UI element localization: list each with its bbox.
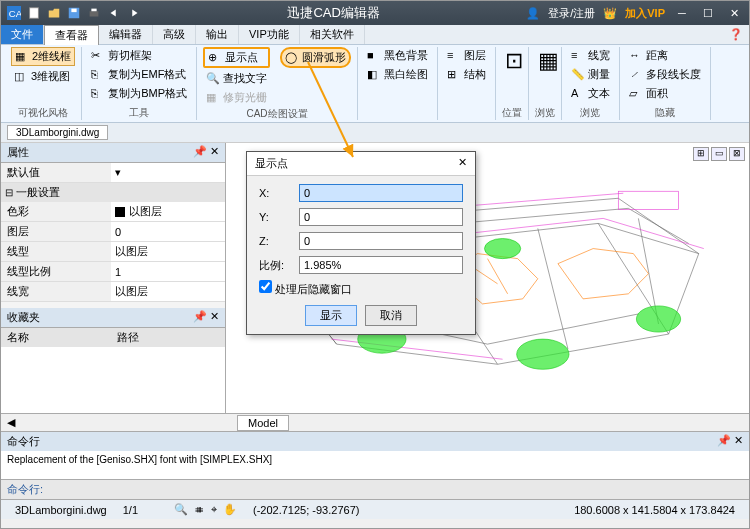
text-icon: A xyxy=(571,87,585,101)
group-label-browse2: 浏览 xyxy=(568,105,613,120)
status-coords: (-202.7125; -93.2767) xyxy=(245,504,367,516)
group-label-tools: 工具 xyxy=(88,105,190,120)
ribbon-text[interactable]: A文本 xyxy=(568,85,613,102)
label-x: X: xyxy=(259,187,291,199)
menu-editor[interactable]: 编辑器 xyxy=(99,25,153,44)
ribbon-copy-bmp[interactable]: ⎘复制为BMP格式 xyxy=(88,85,190,102)
menubar: 文件 查看器 编辑器 高级 输出 VIP功能 相关软件 ❓ xyxy=(1,25,749,45)
command-output: Replacement of the [Geniso.SHX] font wit… xyxy=(1,451,749,479)
favorites-columns: 名称路径 xyxy=(1,328,225,347)
search-icon: 🔍 xyxy=(206,72,220,86)
cube3d-icon: ◫ xyxy=(14,70,28,84)
svg-point-10 xyxy=(636,306,680,332)
ribbon-3d-view[interactable]: ◫3维视图 xyxy=(11,68,75,85)
ribbon-distance[interactable]: ↔距离 xyxy=(626,47,704,64)
redo-icon[interactable] xyxy=(127,6,141,20)
prop-default: 默认值 xyxy=(1,163,111,182)
ribbon-position[interactable]: ⊡ xyxy=(502,47,522,63)
sb-snap-icon[interactable]: ⌖ xyxy=(211,503,217,516)
dialog-cancel-button[interactable]: 取消 xyxy=(365,305,417,326)
crown-icon: 👑 xyxy=(603,7,617,20)
target-icon: ⊕ xyxy=(208,51,222,65)
new-icon[interactable] xyxy=(27,6,41,20)
close-button[interactable]: ✕ xyxy=(725,6,743,20)
ribbon-show-point[interactable]: ⊕显示点 xyxy=(203,47,270,68)
sb-zoom-icon[interactable]: 🔍 xyxy=(174,503,188,516)
svg-rect-2 xyxy=(30,8,39,19)
open-icon[interactable] xyxy=(47,6,61,20)
copy-icon: ⎘ xyxy=(91,68,105,82)
area-icon: ▱ xyxy=(629,87,643,101)
vip-link[interactable]: 加入VIP xyxy=(625,6,665,21)
svg-point-9 xyxy=(517,339,569,369)
command-prompt[interactable]: 命令行: xyxy=(1,479,749,499)
group-label-hide: 隐藏 xyxy=(626,105,704,120)
ribbon-clip-frame[interactable]: ✂剪切框架 xyxy=(88,47,190,64)
left-panel: 属性📌 ✕ 默认值▾ ⊟ 一般设置 色彩以图层 图层0 线型以图层 线型比例1 … xyxy=(1,143,226,413)
position-icon: ⊡ xyxy=(505,48,519,62)
ruler-icon: 📏 xyxy=(571,68,585,82)
menu-output[interactable]: 输出 xyxy=(196,25,239,44)
help-icon[interactable]: ❓ xyxy=(723,28,749,41)
status-dims: 180.6008 x 141.5804 x 173.8424 xyxy=(566,504,743,516)
ribbon-copy-emf[interactable]: ⎘复制为EMF格式 xyxy=(88,66,190,83)
show-point-dialog: 显示点✕ X: Y: Z: 比例: 处理后隐藏窗口 显示 取消 xyxy=(246,151,476,335)
input-ratio[interactable] xyxy=(299,256,463,274)
print-icon[interactable] xyxy=(87,6,101,20)
model-tabs: ◀ Model xyxy=(1,413,749,431)
ribbon-2d-wireframe[interactable]: ▦2维线框 xyxy=(11,47,75,66)
pin-icon[interactable]: 📌 ✕ xyxy=(717,434,743,449)
ribbon: ▦2维线框 ◫3维视图 可视化风格 ✂剪切框架 ⎘复制为EMF格式 ⎘复制为BM… xyxy=(1,45,749,123)
status-file: 3DLamborgini.dwg xyxy=(7,504,115,516)
ribbon-linewidth[interactable]: ≡线宽 xyxy=(568,47,613,64)
menu-related[interactable]: 相关软件 xyxy=(300,25,365,44)
dialog-close-icon[interactable]: ✕ xyxy=(458,156,467,171)
input-y[interactable] xyxy=(299,208,463,226)
svg-rect-4 xyxy=(71,9,76,13)
ribbon-black-bg[interactable]: ■黑色背景 xyxy=(364,47,431,64)
menu-advanced[interactable]: 高级 xyxy=(153,25,196,44)
sb-grid-icon[interactable]: ⩩ xyxy=(194,503,205,516)
ribbon-trim-raster[interactable]: ▦修剪光栅 xyxy=(203,89,270,106)
file-tab-active[interactable]: 3DLamborgini.dwg xyxy=(7,125,108,140)
checkbox-hide-after[interactable] xyxy=(259,280,272,293)
pin-icon[interactable]: 📌 ✕ xyxy=(193,145,219,160)
svg-rect-5 xyxy=(90,11,99,16)
dialog-ok-button[interactable]: 显示 xyxy=(305,305,357,326)
ribbon-structure[interactable]: ⊞结构 xyxy=(444,66,489,83)
statusbar: 3DLamborgini.dwg 1/1 🔍 ⩩ ⌖ ✋ (-202.7125;… xyxy=(1,499,749,519)
ribbon-measure[interactable]: 📏测量 xyxy=(568,66,613,83)
save-icon[interactable] xyxy=(67,6,81,20)
login-link[interactable]: 登录/注册 xyxy=(548,6,595,21)
maximize-button[interactable]: ☐ xyxy=(699,6,717,20)
ribbon-smooth-arc[interactable]: ◯圆滑弧形 xyxy=(280,47,351,68)
scissors-icon: ✂ xyxy=(91,49,105,63)
tab-nav-left[interactable]: ◀ xyxy=(7,416,15,429)
browse-icon: ▦ xyxy=(538,48,552,62)
color-swatch xyxy=(115,207,125,217)
bg-icon: ■ xyxy=(367,49,381,63)
ribbon-browse[interactable]: ▦ xyxy=(535,47,555,63)
ribbon-polyline-len[interactable]: ⟋多段线长度 xyxy=(626,66,704,83)
menu-viewer[interactable]: 查看器 xyxy=(44,25,99,45)
ribbon-layers[interactable]: ≡图层 xyxy=(444,47,489,64)
menu-file[interactable]: 文件 xyxy=(1,25,44,44)
ribbon-area[interactable]: ▱面积 xyxy=(626,85,704,102)
input-x[interactable] xyxy=(299,184,463,202)
sb-hand-icon[interactable]: ✋ xyxy=(223,503,237,516)
undo-icon[interactable] xyxy=(107,6,121,20)
ribbon-bw-draw[interactable]: ◧黑白绘图 xyxy=(364,66,431,83)
svg-point-11 xyxy=(484,239,520,259)
label-y: Y: xyxy=(259,211,291,223)
ribbon-find-text[interactable]: 🔍查找文字 xyxy=(203,70,270,87)
properties-header: 属性📌 ✕ xyxy=(1,143,225,163)
group-label-position: 位置 xyxy=(502,105,522,120)
menu-vip[interactable]: VIP功能 xyxy=(239,25,300,44)
pin-icon[interactable]: 📌 ✕ xyxy=(193,310,219,325)
line-icon: ≡ xyxy=(571,49,585,63)
model-tab[interactable]: Model xyxy=(237,415,289,431)
minimize-button[interactable]: ─ xyxy=(673,6,691,20)
input-z[interactable] xyxy=(299,232,463,250)
svg-rect-7 xyxy=(618,191,678,209)
titlebar: CAD 迅捷CAD编辑器 👤 登录/注册 👑 加入VIP ─ ☐ ✕ xyxy=(1,1,749,25)
